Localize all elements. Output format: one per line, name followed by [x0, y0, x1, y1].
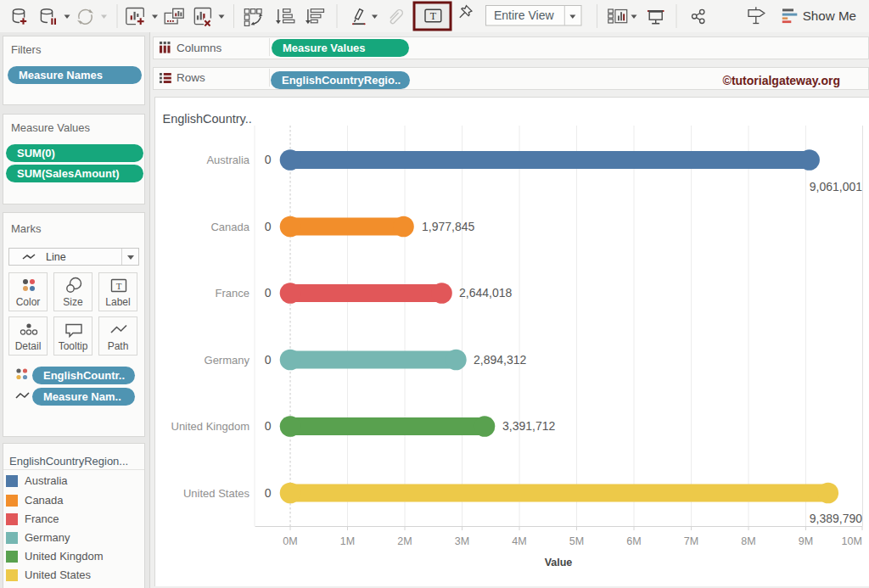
svg-text:T: T	[116, 281, 122, 291]
svg-text:Show Me: Show Me	[803, 8, 856, 23]
svg-text:Entire View: Entire View	[494, 8, 554, 22]
svg-text:T: T	[430, 10, 437, 22]
